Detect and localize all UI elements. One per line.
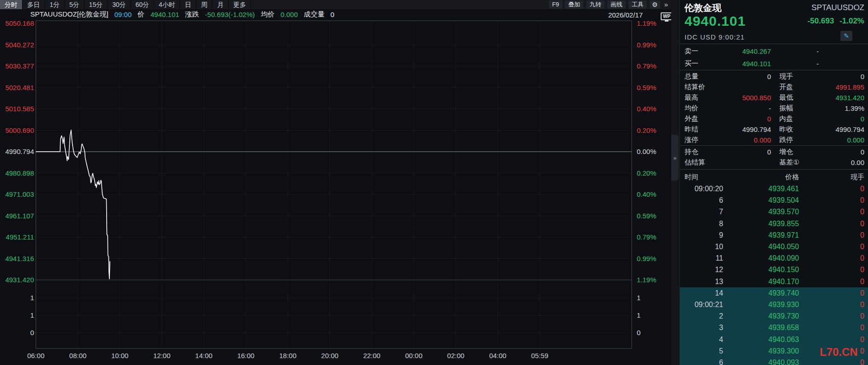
f9-button[interactable]: F9 xyxy=(549,0,562,9)
panel-collapse-handle[interactable]: » xyxy=(671,135,679,181)
tick-row[interactable]: 74939.5700 xyxy=(680,206,868,218)
toolbar-more-icon[interactable]: » xyxy=(663,0,669,9)
tab-更多[interactable]: 更多 xyxy=(228,0,251,9)
percent-tick-label: 0.79% xyxy=(637,233,657,241)
stat-label: 0 xyxy=(814,148,864,156)
tick-row[interactable]: 134940.1700 xyxy=(680,276,868,288)
tick-price: 4939.658 xyxy=(723,324,799,332)
tick-time: 3 xyxy=(685,324,723,332)
stat-value: 增仓 xyxy=(779,148,814,156)
bid-volume: - xyxy=(771,60,864,68)
tab-周[interactable]: 周 xyxy=(196,0,212,9)
tick-volume: 0 xyxy=(799,301,864,309)
tab-分时[interactable]: 分时 xyxy=(0,0,23,9)
percent-tick-label: 0.79% xyxy=(637,62,657,70)
percent-tick-label: 0.40% xyxy=(637,105,657,113)
stat-value: 涨停 xyxy=(685,136,720,144)
panel-price-row: 4940.101 -50.693 -1.02% xyxy=(685,13,864,29)
tools-button[interactable]: 工具 xyxy=(628,0,647,9)
stat-value: 昨收 xyxy=(779,125,814,134)
tick-row[interactable]: 09:00:204939.4610 xyxy=(680,183,868,195)
price-tick-label: 5040.272 xyxy=(1,41,34,49)
tick-row[interactable]: 84939.8550 xyxy=(680,218,868,230)
tab-月[interactable]: 月 xyxy=(212,0,228,9)
column-header: 价格 xyxy=(723,173,799,182)
avg-price-label: 均价 xyxy=(261,10,274,19)
percent-tick-label: 1.19% xyxy=(637,19,657,27)
tick-time: 6 xyxy=(685,359,723,365)
tick-time: 5 xyxy=(685,347,723,355)
stat-label: 0 xyxy=(720,115,771,123)
tick-row[interactable]: 09:00:214939.9300 xyxy=(680,299,868,311)
draw-line-button[interactable]: 画线 xyxy=(607,0,626,9)
symbol-label: SPTAUUSDOZ[伦敦金现] xyxy=(30,10,108,19)
stat-label: 5000.850 xyxy=(720,94,771,102)
time-tick-label: 05:59 xyxy=(526,352,554,359)
stat-label: 0.00 xyxy=(814,159,864,166)
tick-price: 4940.150 xyxy=(723,266,799,274)
ask-price: 4940.267 xyxy=(720,47,771,55)
quote-panel: 伦敦金现 SPTAUUSDOZ 4940.101 -50.693 -1.02% … xyxy=(680,0,868,365)
volume-tick-label: 1 xyxy=(1,311,34,319)
tab-5分[interactable]: 5分 xyxy=(65,0,85,9)
tick-row[interactable]: 114940.0900 xyxy=(680,252,868,264)
tick-volume: 0 xyxy=(799,324,864,332)
edit-pencil-icon[interactable]: ✎ xyxy=(840,31,852,41)
change-value: -50.693(-1.02%) xyxy=(205,11,255,18)
tab-30分[interactable]: 30分 xyxy=(108,0,131,9)
tick-row[interactable]: 34939.6580 xyxy=(680,322,868,334)
stat-label: 4990.794 xyxy=(720,125,771,133)
tick-volume: 0 xyxy=(799,266,864,274)
ask-row[interactable]: 卖一 4940.267 - xyxy=(685,45,864,57)
toolbar-right-buttons: F9 叠加 九转 画线 工具 ⚙ » xyxy=(546,0,671,9)
price-label: 价 xyxy=(137,10,144,19)
panel-divider-strip: » xyxy=(671,0,680,365)
price-change: -50.693 -1.02% xyxy=(807,17,864,26)
tick-price: 4940.063 xyxy=(723,336,799,344)
stat-value: 持仓 xyxy=(685,148,720,156)
tab-15分[interactable]: 15分 xyxy=(85,0,108,9)
gear-icon[interactable]: ⚙ xyxy=(650,0,660,9)
tab-多日[interactable]: 多日 xyxy=(23,0,45,9)
tab-日[interactable]: 日 xyxy=(180,0,196,9)
time-tick-label: 12:00 xyxy=(148,352,176,359)
divider xyxy=(680,169,868,170)
tick-volume: 0 xyxy=(799,289,864,297)
price-tick-label: 5050.168 xyxy=(1,19,34,27)
price-tick-label: 5000.690 xyxy=(1,126,34,134)
nine-turn-button[interactable]: 九转 xyxy=(586,0,605,9)
last-price: 4940.101 xyxy=(685,13,746,29)
tab-60分[interactable]: 60分 xyxy=(131,0,154,9)
overlay-button[interactable]: 叠加 xyxy=(565,0,583,9)
tick-time: 09:00:20 xyxy=(685,185,723,193)
ask-label: 卖一 xyxy=(685,47,720,56)
tick-price: 4939.930 xyxy=(723,301,799,309)
instrument-symbol: SPTAUUSDOZ xyxy=(811,3,864,12)
tick-row[interactable]: 24939.7300 xyxy=(680,310,868,322)
time-tick-label: 00:00 xyxy=(400,352,428,359)
stat-value: 现手 xyxy=(779,72,814,81)
tab-1分[interactable]: 1分 xyxy=(45,0,65,9)
stat-label: 0 xyxy=(814,115,864,123)
price-tick-label: 5030.377 xyxy=(1,62,34,70)
tick-time: 4 xyxy=(685,336,723,344)
tick-volume: 0 xyxy=(799,278,864,286)
stat-label: 0.000 xyxy=(814,136,864,144)
bid-price: 4940.101 xyxy=(720,60,771,68)
tick-row[interactable]: 94939.9710 xyxy=(680,229,868,241)
tick-row[interactable]: 124940.1500 xyxy=(680,264,868,276)
tab-4小时[interactable]: 4小时 xyxy=(154,0,180,9)
tick-row[interactable]: 64939.5040 xyxy=(680,194,868,206)
period-toolbar: 分时多日1分5分15分30分60分4小时日周月更多 F9 叠加 九转 画线 工具… xyxy=(0,0,671,9)
tick-volume: 0 xyxy=(799,243,864,251)
tick-price: 4940.093 xyxy=(723,359,799,365)
tick-row[interactable]: 104940.0500 xyxy=(680,241,868,253)
bid-row[interactable]: 买一 4940.101 - xyxy=(685,57,864,69)
tick-price: 4939.740 xyxy=(723,289,799,297)
stat-label: - xyxy=(720,104,771,112)
quote-info-bar: SPTAUUSDOZ[伦敦金现] 09:00 价 4940.101 涨跌 -50… xyxy=(30,10,334,19)
tick-row[interactable]: 144939.7400 xyxy=(680,287,868,299)
tick-row[interactable]: 44940.0630 xyxy=(680,334,868,346)
tick-volume: 0 xyxy=(799,196,864,205)
volume-tick-label: 1 xyxy=(637,311,640,319)
